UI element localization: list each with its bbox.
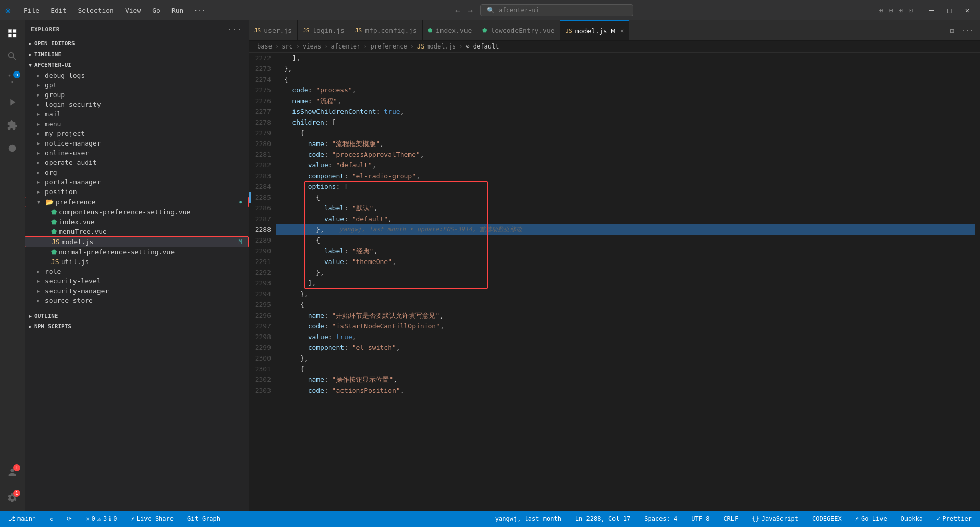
tab-index-vue[interactable]: ⬟ index.vue [423,20,477,40]
tree-item-operate-audit[interactable]: ▶ operate-audit [24,158,249,167]
menu-file[interactable]: File [18,5,44,16]
crumb-views[interactable]: views [303,43,321,50]
sidebar-title: EXPLORER [31,26,60,33]
vue-icon: ⬟ [428,27,433,34]
section-outline[interactable]: ▶ OUTLINE [24,310,249,321]
window-controls: ─ □ ✕ [924,4,975,16]
tree-item-org[interactable]: ▶ org [24,167,249,177]
tree-chevron: ▶ [37,189,43,195]
status-encoding[interactable]: UTF-8 [688,514,713,523]
tree-item-menu[interactable]: ▶ menu [24,119,249,129]
activity-extensions[interactable] [2,115,22,135]
toggle-primary-sidebar[interactable]: ⊞ [876,5,885,15]
tree-item-role[interactable]: ▶ role [24,267,249,276]
minimize-button[interactable]: ─ [924,4,939,16]
tab-login-js[interactable]: JS login.js [298,20,350,40]
menu-view[interactable]: View [120,5,146,16]
tree-item-source-store[interactable]: ▶ source-store [24,296,249,305]
status-blame[interactable]: yangwj, last month [492,514,565,523]
open-editors-chevron: ▶ [29,41,32,46]
activity-run-debug[interactable] [2,92,22,112]
code-area[interactable]: ], }, { code: "process", name: "流程", isS… [276,53,975,511]
more-actions-button[interactable]: ··· [959,26,976,36]
tab-model-js[interactable]: JS model.js M ✕ [560,20,630,40]
menu-edit[interactable]: Edit [45,5,71,16]
status-language[interactable]: {} JavaScript [749,514,801,523]
tree-item-compontens[interactable]: ▶ ⬟ compontens-preference-setting.vue [24,207,249,217]
status-eol[interactable]: CRLF [720,514,741,523]
toggle-secondary-sidebar[interactable]: ⊞ [896,5,904,15]
tree-item-security-level[interactable]: ▶ security-level [24,276,249,286]
menu-run[interactable]: Run [166,5,188,16]
maximize-button[interactable]: □ [942,4,957,16]
tree-item-debug-logs[interactable]: ▶ debug-logs [24,70,249,80]
activity-remote[interactable] [2,138,22,158]
status-branch[interactable]: ⎇ main* [5,514,39,523]
menu-more[interactable]: ··· [189,5,209,16]
crumb-default[interactable]: ⊙ default [465,43,499,50]
tree-item-gpt[interactable]: ▶ gpt [24,80,249,90]
menu-selection[interactable]: Selection [72,5,118,16]
tab-close-button[interactable]: ✕ [620,27,624,34]
activity-account[interactable]: 1 [2,462,22,483]
vue-file-icon: ⬟ [51,208,57,216]
crumb-src[interactable]: src [282,43,293,50]
tree-item-index-vue[interactable]: ▶ ⬟ index.vue [24,217,249,227]
status-quokka[interactable]: Quokka [898,514,926,523]
tree-chevron: ▶ [37,288,43,294]
tree-label: login-security [45,101,101,108]
sidebar-more-button[interactable]: ··· [227,25,242,34]
activity-settings[interactable]: 1 [2,488,22,508]
tree-item-group[interactable]: ▶ group [24,90,249,100]
section-open-editors[interactable]: ▶ OPEN EDITORS [24,38,249,49]
tree-item-notice-manager[interactable]: ▶ notice-manager [24,138,249,148]
status-git-graph[interactable]: Git Graph [184,514,224,523]
status-sync[interactable]: ↻ [46,514,56,523]
tree-item-security-manager[interactable]: ▶ security-manager [24,286,249,296]
close-button[interactable]: ✕ [960,4,975,16]
menu-go[interactable]: Go [147,5,165,16]
status-errors[interactable]: ✕ 0 ⚠ 3 ℹ 0 [83,514,120,523]
crumb-afcenter[interactable]: afcenter [331,43,360,50]
code-line-2274: { [276,74,975,85]
section-timeline[interactable]: ▶ TIMELINE [24,49,249,60]
tree-item-model-js[interactable]: ▶ JS model.js M [24,236,249,247]
activity-explorer[interactable] [2,23,22,43]
editor-content[interactable]: 2272 2273 2274 2275 2276 2277 2278 2279 … [249,53,980,511]
tree-item-online-user[interactable]: ▶ online-user [24,148,249,158]
tab-user-js[interactable]: JS user.js [249,20,298,40]
nav-forward-button[interactable]: → [465,5,476,16]
status-go-live[interactable]: ⚡ Go Live [852,514,890,523]
crumb-base[interactable]: base [257,43,272,50]
status-codegeex[interactable]: CODEGEEX [809,514,845,523]
tree-item-mail[interactable]: ▶ mail [24,109,249,119]
toggle-panel[interactable]: ⊟ [887,5,895,15]
tree-item-my-project[interactable]: ▶ my-project [24,129,249,138]
code-line-2303: code: "actionsPosition". [276,385,975,396]
status-prettier[interactable]: ✓ Prettier [934,514,975,523]
activity-search[interactable] [2,46,22,66]
section-npm-scripts[interactable]: ▶ NPM SCRIPTS [24,321,249,332]
status-spaces[interactable]: Spaces: 4 [641,514,680,523]
split-editor-button[interactable]: ⊞ [948,26,956,36]
nav-back-button[interactable]: ← [453,5,463,16]
tree-item-position[interactable]: ▶ position [24,187,249,197]
crumb-model-js[interactable]: model.js [426,43,456,50]
customize-layout[interactable]: ⊡ [906,5,915,15]
section-project[interactable]: ▼ AFCENTER-UI [24,60,249,70]
tree-item-menutree-vue[interactable]: ▶ ⬟ menuTree.vue [24,227,249,236]
search-bar[interactable]: 🔍 afcenter-ui [480,4,633,16]
crumb-preference[interactable]: preference [370,43,407,50]
tree-item-normal-pref[interactable]: ▶ ⬟ normal-preference-setting.vue [24,247,249,257]
status-live-share[interactable]: ⚡ Live Share [128,514,177,523]
tree-item-login-security[interactable]: ▶ login-security [24,100,249,109]
minimap[interactable] [975,53,980,511]
tree-item-preference[interactable]: ▼ 📂 preference ● [24,197,249,207]
status-cursor[interactable]: Ln 2288, Col 17 [572,514,633,523]
tab-mfp-config-js[interactable]: JS mfp.config.js [350,20,423,40]
tab-lowcodeentry-vue[interactable]: ⬟ lowcodeEntry.vue [477,20,560,40]
tree-item-portal-manager[interactable]: ▶ portal-manager [24,177,249,187]
tree-item-util-js[interactable]: ▶ JS util.js [24,257,249,267]
status-remote[interactable]: ⟳ [64,514,75,523]
activity-source-control[interactable]: 6 [2,69,22,89]
